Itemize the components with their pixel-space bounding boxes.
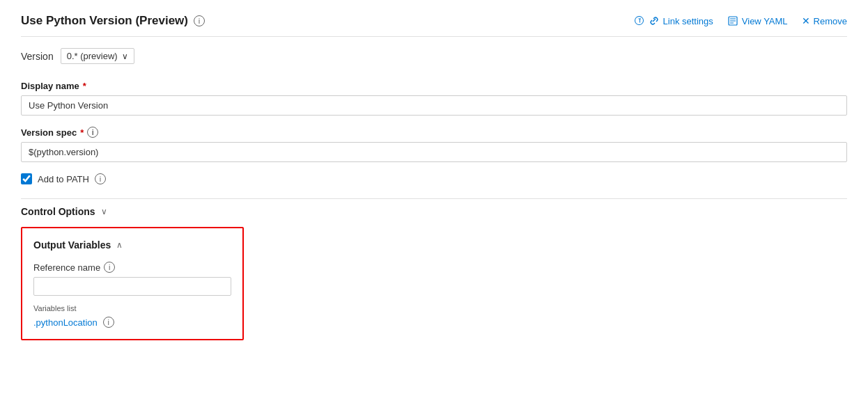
variable-item: .pythonLocation i <box>33 317 231 328</box>
remove-button[interactable]: ✕ Remove <box>802 15 847 26</box>
version-spec-info-icon[interactable]: i <box>87 127 98 138</box>
chain-link-icon <box>649 15 660 26</box>
view-yaml-button[interactable]: View YAML <box>727 15 788 26</box>
page-container: Use Python Version (Preview) i Link sett… <box>0 0 868 354</box>
variable-name: .pythonLocation <box>33 317 98 328</box>
output-variables-box: Output Variables Reference name i Variab… <box>21 227 244 340</box>
title-info-icon[interactable]: i <box>194 15 205 26</box>
version-spec-label: Version spec * i <box>21 127 847 138</box>
version-chevron-icon: ∨ <box>122 52 128 61</box>
reference-name-input[interactable] <box>33 277 231 296</box>
header-actions: Link settings View YAML ✕ Remove <box>634 15 847 26</box>
reference-name-label: Reference name i <box>33 262 231 273</box>
add-to-path-label: Add to PATH <box>38 174 89 184</box>
remove-icon: ✕ <box>802 15 810 26</box>
page-title: Use Python Version (Preview) <box>21 14 188 28</box>
remove-label: Remove <box>814 16 847 26</box>
control-options-title: Control Options <box>21 206 95 217</box>
title-area: Use Python Version (Preview) i <box>21 14 205 28</box>
reference-name-info-icon[interactable]: i <box>104 262 115 273</box>
version-select[interactable]: 0.* (preview) ∨ <box>61 48 134 64</box>
header-row: Use Python Version (Preview) i Link sett… <box>21 14 847 37</box>
variable-info-icon[interactable]: i <box>103 317 114 328</box>
link-icon <box>634 15 645 26</box>
display-name-input[interactable] <box>21 95 847 116</box>
version-spec-section: Version spec * i <box>21 127 847 162</box>
output-variables-chevron-icon <box>116 240 123 250</box>
add-to-path-row: Add to PATH i <box>21 173 847 184</box>
yaml-icon <box>727 15 738 26</box>
link-settings-button[interactable]: Link settings <box>634 15 713 26</box>
version-label: Version <box>21 51 54 62</box>
output-variables-title: Output Variables <box>33 239 111 251</box>
link-settings-label: Link settings <box>663 16 713 26</box>
version-spec-required: * <box>80 127 84 138</box>
control-options-header[interactable]: Control Options <box>21 198 847 224</box>
variables-list-label: Variables list <box>33 304 231 312</box>
version-value: 0.* (preview) <box>67 51 118 61</box>
output-variables-header[interactable]: Output Variables <box>33 239 231 251</box>
display-name-label: Display name * <box>21 81 847 91</box>
display-name-section: Display name * <box>21 81 847 116</box>
view-yaml-label: View YAML <box>742 16 788 26</box>
version-spec-input[interactable] <box>21 142 847 162</box>
control-options-chevron-icon <box>101 207 107 216</box>
version-row: Version 0.* (preview) ∨ <box>21 48 847 64</box>
add-to-path-checkbox[interactable] <box>21 173 32 184</box>
add-to-path-info-icon[interactable]: i <box>95 173 106 184</box>
display-name-required: * <box>83 81 86 91</box>
